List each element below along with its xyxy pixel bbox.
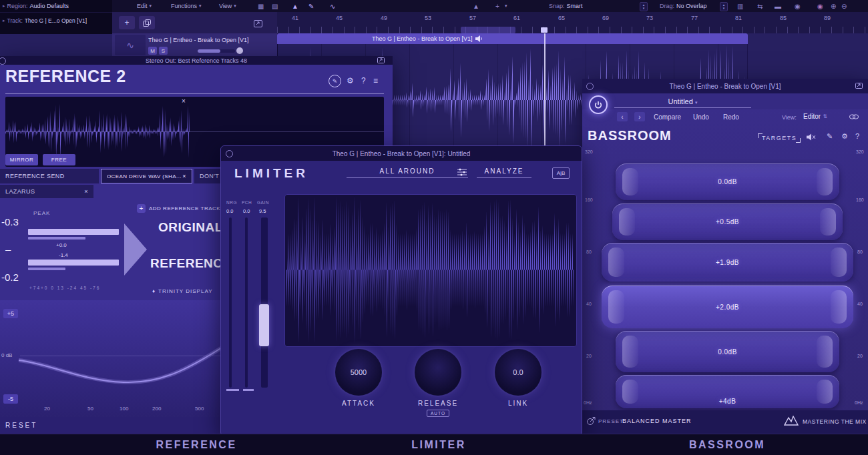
reset-button[interactable]: RESET xyxy=(5,422,37,429)
zoom-menu-icon[interactable]: ▾ xyxy=(505,0,507,12)
pencil-tool-icon[interactable]: ✎ xyxy=(308,0,314,12)
dock-reference-title[interactable]: REFERENCE xyxy=(156,439,236,451)
grid-view-icon[interactable]: ▦ xyxy=(258,0,264,12)
dock-limiter-title[interactable]: LIMITER xyxy=(411,439,466,451)
tab-ocean-drive[interactable]: OCEAN DRIVE WAV (SHA... × xyxy=(101,169,192,183)
ab-switch-arrow[interactable] xyxy=(124,223,147,276)
eq-band-1[interactable]: 0.0dB xyxy=(616,163,839,200)
tab-lazarus[interactable]: LAZARUS × xyxy=(0,185,93,198)
link-icon[interactable] xyxy=(849,114,859,119)
nav-forward-button[interactable]: › xyxy=(634,112,645,121)
close-icon[interactable] xyxy=(0,57,6,65)
close-icon[interactable] xyxy=(226,150,233,157)
cycle-region[interactable] xyxy=(461,27,515,33)
eq-band-2[interactable]: +0.5dB xyxy=(612,203,843,240)
swap-icon[interactable]: ⇆ xyxy=(757,0,763,12)
gear-icon[interactable]: ⚙ xyxy=(841,132,848,141)
help-icon[interactable]: ? xyxy=(855,132,859,140)
box-arrow-icon[interactable] xyxy=(377,57,385,63)
tab-reference-send[interactable]: REFERENCE SEND xyxy=(0,169,99,183)
monitor-icon[interactable]: ◉ xyxy=(795,0,801,12)
solo-button[interactable]: S xyxy=(159,47,168,55)
snap-stepper[interactable]: ▴ ▾ xyxy=(640,2,648,11)
free-button[interactable]: FREE xyxy=(43,154,75,165)
analyze-button[interactable]: ANALYZE xyxy=(477,167,531,178)
drag-stepper[interactable]: ▴ ▾ xyxy=(720,2,728,11)
timeline-ruler[interactable]: 41 45 49 53 57 61 65 69 73 77 81 85 89 xyxy=(277,12,868,33)
reference-label[interactable]: REFERENCE xyxy=(150,256,232,271)
limiter-titlebar[interactable]: Theo G | Entheo - Break to Open [V1]: Un… xyxy=(221,146,582,161)
preset-dropdown[interactable]: Untitled ▾ xyxy=(614,97,751,108)
mode-dropdown[interactable]: ALL AROUND xyxy=(347,167,468,178)
mute-button[interactable]: M xyxy=(148,47,157,55)
reference-titlebar[interactable]: Stereo Out: Best Reference Tracks 48 xyxy=(0,56,393,65)
pointer-tool-icon[interactable]: ▲ xyxy=(292,0,298,12)
help-icon[interactable]: ? xyxy=(361,76,366,85)
bassroom-titlebar[interactable]: Theo G | Entheo - Break to Open [V1] xyxy=(582,79,868,93)
track-inspector-header[interactable]: ▸ Track: Theo G | E...o Open [V1] xyxy=(0,12,112,34)
open-library-button[interactable] xyxy=(254,18,262,30)
gain-slider-handle[interactable] xyxy=(259,304,269,346)
trinity-display-toggle[interactable]: ♦ TRINITY DISPLAY xyxy=(152,288,212,294)
limiter-logo: LIMITER xyxy=(234,166,308,181)
preset-value[interactable]: BALANCED MASTER xyxy=(622,418,692,424)
close-icon[interactable]: × xyxy=(182,97,186,105)
gear-icon[interactable]: ⚙ xyxy=(347,76,354,85)
power-button[interactable] xyxy=(589,95,608,114)
original-label[interactable]: ORIGINAL xyxy=(158,220,223,235)
volume-slider[interactable] xyxy=(198,49,235,53)
meter-scale: +74+0 0 13 -24 45 -76 xyxy=(29,286,100,290)
playhead-marker[interactable] xyxy=(541,27,548,33)
gain-slider-track[interactable] xyxy=(261,217,268,388)
speaker-mute-icon[interactable] xyxy=(807,133,816,141)
ab-compare-button[interactable]: A|B xyxy=(552,167,570,179)
fade-tool-icon[interactable]: ∿ xyxy=(330,0,335,12)
drag-control[interactable]: Drag: No Overlap xyxy=(660,0,707,12)
record-icon[interactable]: ◉ xyxy=(817,0,823,12)
output-band[interactable]: +4dB xyxy=(616,375,839,408)
dual-pane-icon[interactable]: ▥ xyxy=(737,0,743,12)
link-knob[interactable]: 0.0 xyxy=(495,349,541,396)
snap-control[interactable]: Snap: Smart xyxy=(549,0,583,12)
release-knob[interactable] xyxy=(415,349,461,396)
close-icon[interactable]: × xyxy=(182,173,186,179)
close-icon[interactable]: × xyxy=(84,188,88,195)
view-selector[interactable]: Editor ⇅ xyxy=(803,113,827,120)
region-inspector-header[interactable]: ▸ Region: Audio Defaults xyxy=(0,0,112,12)
close-icon[interactable] xyxy=(586,83,594,90)
freq-scale-right: 40 xyxy=(857,302,863,306)
duplicate-track-button[interactable] xyxy=(139,16,155,29)
freq-scale-right: 80 xyxy=(857,250,863,254)
pch-meter xyxy=(245,217,248,388)
catch-playhead-icon[interactable]: ▲ xyxy=(473,0,479,12)
add-reference-track-button[interactable]: + ADD REFERENCE TRACK xyxy=(137,204,220,213)
targets-button[interactable]: TARGETS xyxy=(758,133,801,143)
eq-band-3[interactable]: +1.9dB xyxy=(602,243,853,282)
redo-button[interactable]: Redo xyxy=(723,113,739,121)
add-track-button[interactable]: + xyxy=(119,16,135,29)
menu-edit[interactable]: Edit ▾ xyxy=(137,0,152,12)
divider-icon: ▬ xyxy=(775,0,781,12)
attack-knob[interactable]: 5000 xyxy=(335,349,382,396)
zoom-in-icon[interactable]: + xyxy=(495,0,499,12)
box-arrow-icon[interactable] xyxy=(855,83,863,89)
nav-back-button[interactable]: ‹ xyxy=(617,112,628,121)
menu-icon[interactable]: ≡ xyxy=(373,76,378,85)
pan-knob[interactable] xyxy=(236,47,243,54)
compare-button[interactable]: Compare xyxy=(654,113,681,121)
eq-band-5[interactable]: 0.0dB xyxy=(616,331,839,372)
zoom-plus-icon[interactable]: ⊕ xyxy=(831,0,836,12)
menu-view[interactable]: View ▾ xyxy=(219,0,236,12)
dock-bassroom-title[interactable]: BASSROOM xyxy=(689,439,765,451)
zoom-minus-icon[interactable]: ⊖ xyxy=(841,0,847,12)
limiter-window: Theo G | Entheo - Break to Open [V1]: Un… xyxy=(220,145,582,436)
edit-icon[interactable]: ✎ xyxy=(329,75,341,87)
auto-release-toggle[interactable]: AUTO xyxy=(427,410,449,417)
list-view-icon[interactable]: ▤ xyxy=(272,0,278,12)
menu-functions[interactable]: Functions ▾ xyxy=(171,0,202,12)
loudness-value-top: -0.3 xyxy=(1,216,19,228)
eq-band-4[interactable]: +2.0dB xyxy=(602,286,853,328)
edit-icon[interactable]: ✎ xyxy=(827,132,833,141)
mirror-button[interactable]: MIRROR xyxy=(5,154,38,165)
undo-button[interactable]: Undo xyxy=(693,113,709,121)
